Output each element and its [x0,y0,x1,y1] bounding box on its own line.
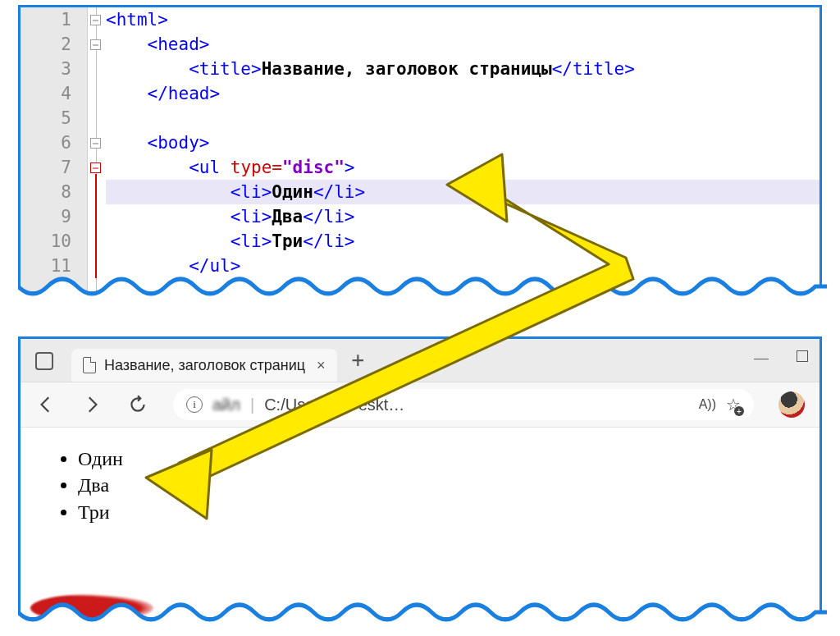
line-number: 6 [21,130,80,155]
code-editor-panel: 1 2 3 4 5 6 7 8 9 10 11 <html> <head> <t… [18,5,822,294]
window-controls [754,350,808,362]
new-tab-button[interactable]: + [352,347,365,372]
code-token: </head> [148,84,221,103]
code-token: <li> [231,182,272,202]
profile-avatar[interactable] [778,391,805,418]
line-number: 5 [21,106,80,130]
line-number: 1 [21,7,80,32]
torn-edge-decoration [18,599,827,635]
close-tab-button[interactable]: × [313,357,329,374]
rendered-list: Один Два Три [55,446,785,525]
list-item: Два [78,472,785,498]
fold-toggle-icon[interactable] [90,15,101,25]
code-text: Три [272,231,303,251]
code-token: > [345,158,355,177]
line-number: 3 [21,57,80,81]
line-number: 10 [21,229,80,254]
code-text: Два [272,207,303,226]
code-token: <title> [189,59,262,79]
browser-toolbar: i айл | C:/Users/a Deskt… A)) ☆+ [21,382,819,428]
line-number: 7 [21,155,80,180]
highlighted-line: <li>Один</li> [106,180,819,204]
fold-scope-line [95,174,97,278]
code-token: <li> [231,231,272,251]
fold-toggle-icon[interactable] [90,138,101,149]
address-separator: | [250,396,254,414]
code-token: </title> [552,59,635,79]
back-button[interactable] [35,394,57,415]
tab-actions-icon[interactable] [35,352,53,370]
code-token: </li> [313,182,365,202]
code-token: <li> [231,207,272,226]
minimize-button[interactable] [754,359,769,362]
file-icon [83,357,96,373]
code-text: Один [272,182,313,202]
address-scheme: айл [212,396,240,414]
code-value: "disc" [282,158,345,177]
tab-title: Название, заголовок страниц [104,357,305,374]
fold-toggle-icon[interactable] [90,39,101,50]
code-token: </li> [303,207,354,226]
address-path: C:/Users/a Deskt… [264,396,404,414]
address-bar[interactable]: i айл | C:/Users/a Deskt… A)) ☆+ [173,389,754,420]
code-token: <head> [148,34,210,54]
code-token: </li> [303,231,354,251]
line-number: 4 [21,81,80,106]
torn-edge-decoration [18,273,827,309]
list-item: Один [78,446,785,472]
list-item: Три [78,499,785,525]
page-viewport: Один Два Три [21,428,819,543]
code-text: Название, заголовок страницы [262,59,552,79]
maximize-button[interactable] [797,350,808,362]
browser-window: Название, заголовок страниц × + i айл | … [18,336,822,620]
reload-button[interactable] [127,394,148,415]
code-token: <html> [106,10,168,30]
site-info-icon[interactable]: i [186,396,203,413]
line-number: 9 [21,204,80,229]
favorite-button[interactable]: ☆+ [726,395,741,414]
browser-tab[interactable]: Название, заголовок страниц × [71,349,337,382]
read-aloud-icon[interactable]: A)) [699,397,716,412]
line-number: 2 [21,32,80,57]
code-token: <body> [148,133,210,153]
code-attr: type= [231,158,282,177]
forward-button[interactable] [81,394,103,415]
code-token: <ul [189,158,231,177]
code-area[interactable]: <html> <head> <title>Название, заголовок… [106,7,819,291]
fold-toggle-icon[interactable] [90,162,101,173]
browser-tabbar: Название, заголовок страниц × + [21,339,819,382]
line-number: 8 [21,180,80,204]
